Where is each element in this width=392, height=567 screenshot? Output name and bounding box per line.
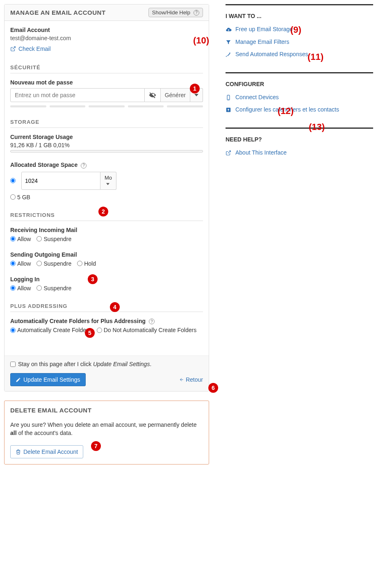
panel-footer: Stay on this page after I click Update E… [5, 355, 209, 391]
new-password-label: Nouveau mot de passe [10, 79, 203, 86]
help-icon[interactable]: ? [81, 163, 87, 169]
check-email-link[interactable]: Check Email [10, 46, 51, 52]
sending-label: Sending Outgoing Email [10, 251, 203, 258]
allocated-label: Allocated Storage Space [10, 162, 77, 168]
connect-devices-link[interactable]: Connect Devices [235, 94, 279, 100]
delete-warning-text: Are you sure? When you delete an email a… [10, 421, 203, 437]
page-title: MANAGE AN EMAIL ACCOUNT [10, 9, 106, 16]
stay-on-page-label: Stay on this page after I click Update E… [18, 361, 151, 367]
security-section-title: SÉCURITÉ [10, 64, 203, 71]
allocated-custom-radio[interactable] [10, 178, 16, 183]
sending-allow[interactable]: Allow [10, 260, 31, 267]
current-usage-label: Current Storage Usage [10, 134, 203, 140]
manage-filters-link[interactable]: Manage Email Filters [235, 39, 289, 45]
trash-icon [16, 449, 21, 455]
external-link-icon [226, 150, 232, 156]
divider [10, 221, 203, 221]
pencil-icon [16, 377, 21, 383]
restrictions-section-title: RESTRICTIONS [10, 212, 203, 218]
divider [226, 4, 373, 5]
password-input[interactable] [10, 88, 145, 102]
divider [10, 128, 203, 128]
allocated-unit-dropdown[interactable]: Mo [100, 172, 116, 190]
delete-email-account-button[interactable]: Delete Email Account [10, 445, 83, 458]
svg-line-0 [13, 47, 15, 49]
allocated-size-input[interactable] [21, 172, 100, 190]
plus-no-auto-create[interactable]: Do Not Automatically Create Folders [97, 327, 196, 333]
back-link[interactable]: Retour [179, 376, 203, 383]
about-interface-link[interactable]: About This Interface [235, 149, 287, 156]
current-usage-value: 91,26 KB / 1 GB 0,01% [10, 142, 203, 148]
delete-account-panel: DELETE EMAIL ACCOUNT Are you sure? When … [4, 401, 209, 465]
plus-label: Automatically Create Folders for Plus Ad… [10, 318, 146, 324]
eye-off-icon [149, 91, 156, 99]
manage-account-panel: MANAGE AN EMAIL ACCOUNT Show/Hide Help ?… [4, 4, 209, 392]
receiving-suspend[interactable]: Suspendre [36, 236, 71, 242]
side-configure: CONFIGURER Connect Devices Configurer le… [226, 72, 373, 113]
generate-dropdown-button[interactable] [190, 88, 203, 102]
download-icon [226, 107, 232, 113]
update-email-settings-button[interactable]: Update Email Settings [10, 373, 86, 386]
external-link-icon [10, 46, 16, 52]
allocated-5gb-radio[interactable] [10, 194, 16, 200]
allocated-5gb-option[interactable]: 5 GB [10, 194, 30, 200]
delete-button-label: Delete Email Account [23, 449, 78, 455]
magic-wand-icon [226, 52, 232, 57]
receiving-label: Receiving Incoming Mail [10, 227, 203, 233]
update-button-label: Update Email Settings [23, 376, 80, 383]
side-need-help: NEED HELP? About This Interface [226, 128, 373, 156]
divider [10, 312, 203, 312]
show-hide-help-button[interactable]: Show/Hide Help ? [148, 8, 203, 17]
plus-auto-create[interactable]: Automatically Create Folders [10, 327, 91, 333]
toggle-password-visibility-button[interactable] [145, 88, 161, 102]
password-strength-meter [10, 105, 203, 107]
show-hide-help-label: Show/Hide Help [152, 9, 190, 16]
side-want-to: I WANT TO ... Free up Email Storage Mana… [226, 4, 373, 57]
stay-on-page-checkbox[interactable] [10, 362, 16, 367]
mobile-icon [226, 95, 232, 100]
delete-title: DELETE EMAIL ACCOUNT [10, 407, 203, 414]
back-label: Retour [186, 376, 203, 383]
arrow-left-icon [179, 377, 184, 382]
sending-suspend[interactable]: Suspendre [36, 260, 71, 267]
email-account-value: test@domaine-test.com [10, 35, 203, 41]
plus-section-title: PLUS ADDRESSING [10, 303, 203, 309]
logging-label: Logging In [10, 276, 203, 282]
automated-responses-link[interactable]: Send Automated Responses [235, 51, 308, 57]
want-to-title: I WANT TO ... [226, 13, 373, 19]
generate-label: Générer [165, 92, 186, 98]
svg-line-4 [228, 151, 230, 153]
receiving-allow[interactable]: Allow [10, 236, 31, 242]
panel-header: MANAGE AN EMAIL ACCOUNT Show/Hide Help ? [5, 5, 209, 21]
unit-label: Mo [105, 175, 112, 181]
cloud-upload-icon [226, 27, 232, 33]
divider [10, 73, 203, 73]
filter-icon [226, 39, 232, 45]
caret-down-icon [194, 93, 198, 97]
generate-password-button[interactable]: Générer [161, 88, 190, 102]
sending-hold[interactable]: Hold [77, 260, 96, 267]
configure-title: CONFIGURER [226, 81, 373, 87]
divider [226, 128, 373, 129]
allocated-5gb-label: 5 GB [17, 194, 30, 200]
logging-suspend[interactable]: Suspendre [36, 285, 71, 291]
check-email-label: Check Email [18, 46, 51, 52]
free-up-storage-link[interactable]: Free up Email Storage [235, 26, 293, 32]
help-icon[interactable]: ? [149, 319, 155, 324]
storage-section-title: STORAGE [10, 119, 203, 125]
caret-down-icon [106, 182, 109, 186]
configure-calendars-link[interactable]: Configurer les calendriers et les contac… [235, 106, 339, 113]
help-icon: ? [194, 10, 199, 16]
logging-allow[interactable]: Allow [10, 285, 31, 291]
storage-progress-bar [10, 150, 203, 153]
email-account-label: Email Account [10, 27, 203, 33]
need-help-title: NEED HELP? [226, 136, 373, 143]
divider [226, 72, 373, 73]
